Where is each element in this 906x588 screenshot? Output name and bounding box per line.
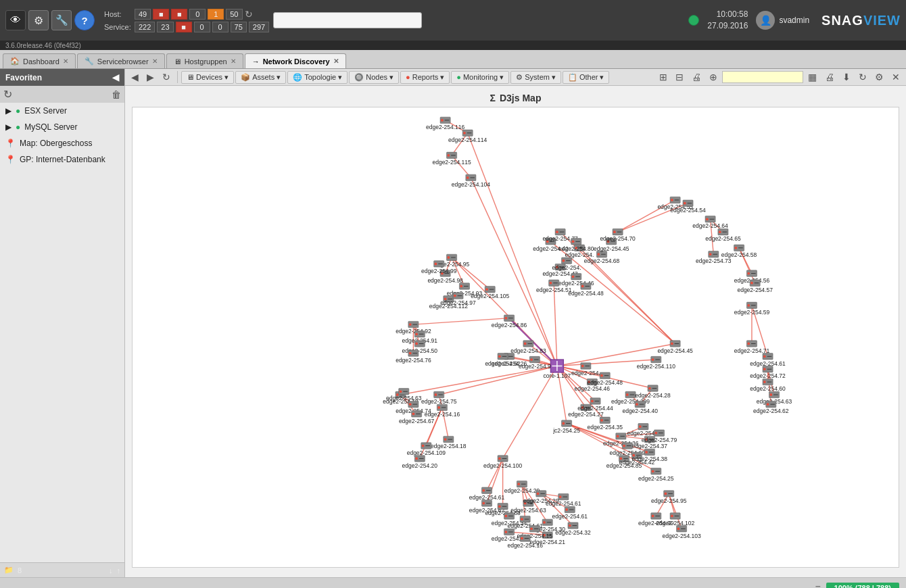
search-input[interactable] (273, 12, 422, 28)
eye-icon-btn[interactable]: 👁 (5, 10, 26, 30)
topbar-right: 10:00:58 27.09.2016 👤 svadmin SNAGVIEW (688, 9, 901, 32)
svg-point-257 (591, 400, 594, 403)
tab-hostgruppen-close[interactable]: ✕ (231, 57, 236, 65)
user-area[interactable]: 👤 svadmin (756, 11, 809, 30)
nav-back-btn[interactable]: ◀ (128, 70, 142, 84)
sidebar-item-esx[interactable]: ▶ ● ESX Server (0, 103, 124, 119)
svg-text:edge2-254.57: edge2-254.57 (737, 287, 773, 293)
sidebar-esx-label: ESX Server (24, 106, 67, 116)
nav-assets-menu[interactable]: 📦 Assets ▾ (235, 71, 286, 84)
nav-sep-1 (177, 71, 178, 83)
host-count-1[interactable]: ■ (153, 9, 169, 20)
host-refresh-btn[interactable]: ↻ (245, 9, 253, 20)
nav-devices-menu[interactable]: 🖥 Devices ▾ (181, 71, 234, 84)
nav-filter-btn[interactable]: ▦ (805, 70, 820, 84)
tab-network-discovery[interactable]: → Network Discovery ✕ (245, 53, 346, 68)
nav-tool-2[interactable]: ⊟ (672, 70, 687, 84)
svg-point-249 (562, 422, 565, 425)
nav-reports-menu[interactable]: ● Reports ▾ (400, 71, 450, 84)
nav-tool-4[interactable]: ⊕ (706, 70, 721, 84)
help-icon-btn[interactable]: ? (74, 10, 95, 30)
tab-dashboard[interactable]: 🏠 Dashboard ✕ (3, 53, 76, 68)
svg-text:edge2-254.105: edge2-254.105 (471, 293, 509, 299)
nav-settings-btn[interactable]: ⚙ (872, 70, 887, 84)
svg-point-325 (652, 358, 654, 361)
svc-count-5[interactable]: 75 (231, 22, 247, 32)
svg-point-429 (763, 381, 766, 383)
nav-other-menu[interactable]: 📋 Other ▾ (563, 71, 610, 84)
nav-forward-btn[interactable]: ▶ (143, 70, 158, 84)
sidebar-add-btn[interactable]: ↻ (3, 88, 12, 101)
sidebar-delete-btn[interactable]: 🗑 (112, 89, 121, 100)
nav-topologie-menu[interactable]: 🌐 Topologie ▾ (287, 71, 348, 84)
svg-point-181 (437, 406, 440, 409)
map-sigma-icon: Σ (490, 93, 496, 103)
nav-search-input[interactable] (722, 71, 803, 83)
host-count-5[interactable]: 50 (226, 9, 242, 20)
svg-text:edge2-254.58: edge2-254.58 (721, 251, 757, 258)
nav-monitoring-menu[interactable]: ● Monitoring ▾ (451, 71, 509, 84)
sidebar-collapse-icon[interactable]: ◀ (112, 72, 119, 82)
nav-refresh2-btn[interactable]: ↻ (855, 70, 870, 84)
sidebar-move-down[interactable]: ↓ (109, 566, 113, 574)
sidebar-item-mysql[interactable]: ▶ ● MySQL Server (0, 119, 124, 135)
sidebar-item-map[interactable]: 📍 Map: Obergeschoss (0, 135, 124, 151)
nav-tool-1[interactable]: ⊞ (656, 70, 671, 84)
svg-point-341 (556, 230, 558, 233)
svc-count-1[interactable]: 23 (157, 22, 173, 32)
bottombar-menu-icon[interactable]: ≡ (815, 583, 820, 589)
svg-text:edge2-254.20: edge2-254.20 (402, 462, 438, 469)
host-count-0[interactable]: 49 (135, 9, 151, 20)
tab-network-discovery-label: Network Discovery (263, 57, 330, 66)
tab-servicebrowser[interactable]: 🔧 Servicebrowser ✕ (77, 53, 165, 68)
tab-servicebrowser-close[interactable]: ✕ (152, 57, 158, 65)
svc-count-6[interactable]: 297 (249, 22, 269, 32)
svc-count-4[interactable]: 0 (212, 22, 229, 32)
svg-point-133 (415, 343, 418, 345)
tool-icon-btn[interactable]: 🔧 (51, 10, 72, 30)
svg-point-321 (648, 387, 651, 390)
svg-text:jc2-254.25: jc2-254.25 (552, 427, 580, 434)
tabbar: 🏠 Dashboard ✕ 🔧 Servicebrowser ✕ 🖥 Hostg… (0, 50, 906, 69)
dashboard-tab-icon: 🏠 (10, 57, 20, 66)
svg-text:edge2-254.59: edge2-254.59 (734, 309, 770, 316)
svc-count-2[interactable]: ■ (176, 22, 192, 32)
sidebar-move-up[interactable]: ↑ (117, 566, 121, 574)
tab-dashboard-close[interactable]: ✕ (63, 57, 68, 65)
nav-print-btn[interactable]: 🖨 (821, 70, 838, 84)
gear-icon-btn[interactable]: ⚙ (28, 10, 49, 30)
svg-point-449 (671, 515, 673, 518)
svg-point-193 (415, 458, 418, 460)
host-count-2[interactable]: ■ (171, 9, 187, 20)
sidebar-item-gp[interactable]: 📍 GP: Internet-Datenbank (0, 151, 124, 168)
nav-export-btn[interactable]: ⬇ (839, 70, 854, 84)
host-count-3[interactable]: 0 (189, 9, 206, 20)
svg-point-201 (482, 489, 485, 492)
sidebar-header: Favoriten ◀ (0, 69, 124, 86)
svg-point-405 (747, 272, 750, 275)
svc-count-0[interactable]: 222 (135, 22, 155, 32)
svg-text:edge2-254.83: edge2-254.83 (510, 347, 546, 354)
host-count-4[interactable]: 1 (208, 9, 224, 20)
svg-text:edge2-254.110: edge2-254.110 (637, 363, 675, 370)
search-bar[interactable] (273, 12, 422, 28)
nav-more-btn[interactable]: ✕ (888, 70, 903, 84)
tab-network-discovery-close[interactable]: ✕ (333, 57, 339, 65)
svg-line-29 (401, 366, 557, 395)
nav-tools: ⊞ ⊟ 🖨 ⊕ ▦ 🖨 ⬇ ↻ ⚙ ✕ (656, 70, 903, 84)
nav-nodes-menu[interactable]: 🔘 Nodes ▾ (349, 71, 399, 84)
system-chevron: ▾ (552, 73, 556, 82)
nav-refresh-btn[interactable]: ↻ (159, 70, 174, 84)
nav-system-menu[interactable]: ⚙ System ▾ (510, 71, 561, 84)
nav-tool-3[interactable]: 🖨 (688, 70, 705, 84)
svg-point-209 (498, 505, 501, 508)
map-container[interactable]: core-1.107edge2-254.114edge2-254.115edge… (132, 107, 899, 568)
esx-status-icon: ● (16, 106, 20, 116)
tab-hostgruppen[interactable]: 🖥 Hostgruppen ✕ (166, 53, 243, 68)
svc-count-3[interactable]: 0 (194, 22, 210, 32)
svg-point-417 (747, 343, 750, 345)
svg-point-457 (537, 493, 540, 495)
zoom-label: 100% (788 | 788) (826, 583, 899, 589)
svg-text:edge2-254.: edge2-254. (571, 370, 600, 376)
svg-text:edge2-254.61: edge2-254.61 (546, 500, 581, 507)
